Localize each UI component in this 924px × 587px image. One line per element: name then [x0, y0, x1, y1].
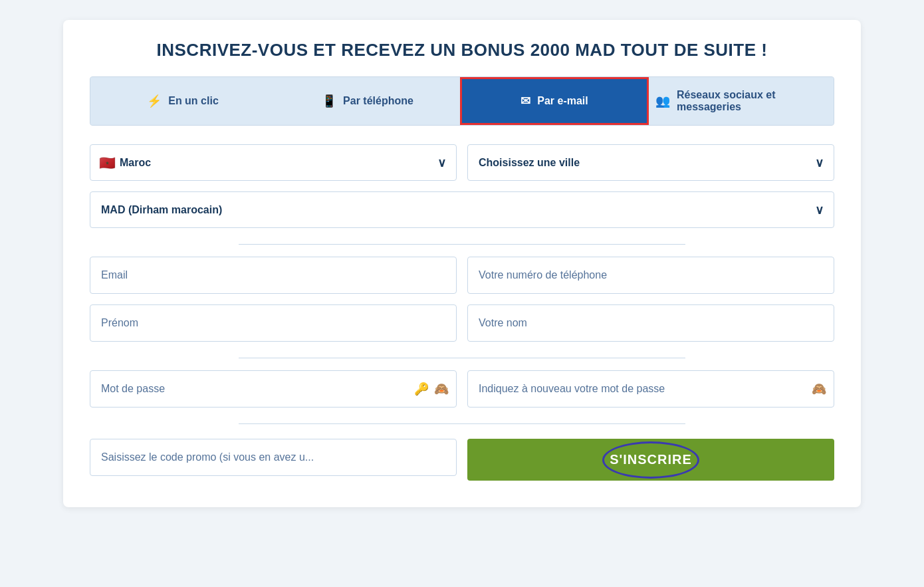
currency-select-wrapper: MAD (Dirham marocain)	[90, 191, 834, 228]
divider-2	[239, 358, 685, 358]
country-city-row: 🇲🇦 Maroc Choisissez une ville	[90, 144, 834, 181]
city-select[interactable]: Choisissez une ville	[467, 144, 834, 181]
promo-field-wrapper	[90, 439, 457, 481]
email-input[interactable]	[90, 257, 457, 294]
lightning-icon: ⚡	[147, 94, 162, 108]
firstname-field-wrapper	[90, 304, 457, 342]
tab-phone-label: Par téléphone	[343, 95, 413, 107]
firstname-input[interactable]	[90, 304, 457, 342]
tab-email[interactable]: ✉ Par e-mail	[460, 77, 649, 125]
divider-1	[239, 244, 685, 245]
tab-one-click-label: En un clic	[168, 95, 219, 107]
lastname-field-wrapper	[467, 304, 834, 342]
email-phone-row	[90, 257, 834, 294]
phone-field-wrapper	[467, 257, 834, 294]
confirm-password-input[interactable]	[467, 370, 834, 408]
tab-email-label: Par e-mail	[537, 95, 588, 107]
submit-row: S'INSCRIRE	[90, 439, 834, 481]
lastname-input[interactable]	[467, 304, 834, 342]
confirm-password-icons: 🙈	[812, 382, 826, 396]
country-select-wrapper: 🇲🇦 Maroc	[90, 144, 457, 181]
social-icon: 👥	[655, 94, 670, 108]
key-icon: 🔑	[414, 382, 429, 396]
phone-icon: 📱	[322, 94, 336, 108]
tab-social[interactable]: 👥 Réseaux sociaux et messageries	[649, 77, 834, 125]
email-icon: ✉	[520, 94, 530, 108]
page-title: INSCRIVEZ-VOUS ET RECEVEZ UN BONUS 2000 …	[90, 40, 834, 60]
currency-select[interactable]: MAD (Dirham marocain)	[90, 191, 834, 228]
name-row	[90, 304, 834, 342]
tab-social-label: Réseaux sociaux et messageries	[677, 89, 827, 113]
password-field-wrapper: 🔑 🙈	[90, 370, 457, 408]
registration-tabs: ⚡ En un clic 📱 Par téléphone ✉ Par e-mai…	[90, 76, 834, 126]
divider-3	[239, 423, 685, 424]
tab-phone[interactable]: 📱 Par téléphone	[275, 77, 460, 125]
confirm-eye-slash-icon[interactable]: 🙈	[812, 382, 826, 396]
password-icons: 🔑 🙈	[414, 382, 449, 396]
email-field-wrapper	[90, 257, 457, 294]
password-input[interactable]	[90, 370, 457, 408]
password-row: 🔑 🙈 🙈	[90, 370, 834, 408]
phone-input[interactable]	[467, 257, 834, 294]
city-select-wrapper: Choisissez une ville	[467, 144, 834, 181]
registration-container: INSCRIVEZ-VOUS ET RECEVEZ UN BONUS 2000 …	[63, 20, 861, 507]
confirm-password-field-wrapper: 🙈	[467, 370, 834, 408]
currency-row: MAD (Dirham marocain)	[90, 191, 834, 228]
submit-button[interactable]: S'INSCRIRE	[467, 439, 834, 481]
country-select[interactable]: Maroc	[90, 144, 457, 181]
submit-button-wrapper: S'INSCRIRE	[467, 439, 834, 481]
tab-one-click[interactable]: ⚡ En un clic	[90, 77, 275, 125]
eye-slash-icon[interactable]: 🙈	[434, 382, 449, 396]
promo-input[interactable]	[90, 439, 457, 476]
registration-form: 🇲🇦 Maroc Choisissez une ville MAD (Dirha…	[90, 144, 834, 481]
